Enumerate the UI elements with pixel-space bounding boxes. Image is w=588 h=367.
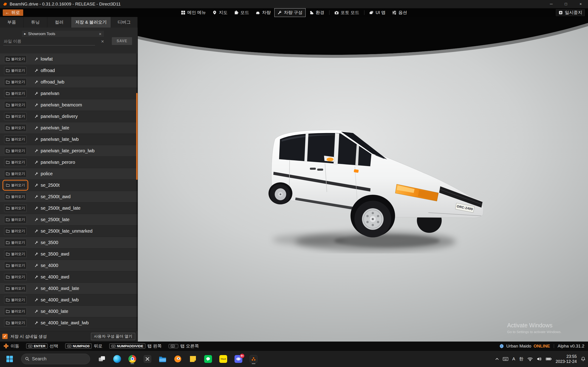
load-button[interactable]: 불러오기 [4, 158, 27, 166]
wifi-icon[interactable] [527, 357, 533, 361]
load-button[interactable]: 불러오기 [4, 319, 27, 327]
tab-debug[interactable]: 디버그 [111, 17, 138, 27]
config-row[interactable]: 불러오기 se_2500t_late [0, 214, 138, 225]
chrome-icon[interactable] [127, 353, 138, 365]
viewport-3d[interactable]: ORC-2499 Activate Windows Go to Settings… [138, 17, 588, 342]
back-button[interactable]: ← 뒤로 [3, 9, 23, 16]
config-row[interactable]: 불러오기 se_3500 [0, 237, 138, 248]
taskbar-search[interactable]: Search [21, 354, 90, 364]
load-button[interactable]: 불러오기 [4, 55, 27, 63]
battery-icon[interactable] [546, 357, 552, 361]
discord-icon[interactable]: 9+ [233, 353, 244, 365]
load-button[interactable]: 불러오기 [4, 147, 27, 155]
load-button[interactable]: 불러오기 [4, 285, 27, 292]
load-button[interactable]: 불러오기 [4, 239, 27, 246]
thumbnail-checkbox[interactable]: ✓ [2, 334, 8, 339]
tab-tuning[interactable]: 튜닝 [24, 17, 47, 27]
config-row[interactable]: 불러오기 police [0, 168, 138, 180]
notes-app-icon[interactable] [187, 353, 199, 365]
config-row[interactable]: 불러오기 se_4000_awd_lwb [0, 294, 138, 306]
load-button[interactable]: 불러오기 [4, 90, 27, 97]
task-view-icon[interactable] [96, 353, 107, 365]
nav-environment[interactable]: 환경 [306, 8, 327, 17]
open-config-folder-button[interactable]: 사용자 구성 폴더 열기 [91, 333, 135, 340]
load-button[interactable]: 불러오기 [4, 78, 27, 86]
kakaotalk-icon[interactable]: TALK [218, 353, 229, 365]
save-button[interactable]: SAVE [112, 37, 132, 45]
volume-icon[interactable] [537, 357, 542, 361]
nav-photo-mode[interactable]: 포토 모드 [331, 8, 362, 17]
panel-scrollbar[interactable] [136, 93, 138, 180]
load-button[interactable]: 불러오기 [4, 250, 27, 258]
touch-keyboard-icon[interactable] [503, 357, 508, 361]
load-button[interactable]: 불러오기 [4, 124, 27, 132]
ime-korean-indicator[interactable]: 한 [519, 356, 523, 362]
start-button[interactable] [4, 353, 15, 365]
tab-save-load[interactable]: 저장 & 불러오기 [71, 17, 111, 27]
config-row[interactable]: 불러오기 panelvan_late [0, 122, 138, 134]
x-app-icon[interactable] [142, 353, 153, 365]
config-row[interactable]: 불러오기 se_4000_awd [0, 271, 138, 283]
config-row[interactable]: 불러오기 se_4000_late [0, 306, 138, 317]
folder-icon [6, 252, 10, 256]
line-app-icon[interactable] [203, 353, 214, 365]
minimize-button[interactable]: ─ [544, 0, 559, 8]
close-icon[interactable]: × [99, 32, 102, 36]
config-row[interactable]: 불러오기 se_2500t_awd_late [0, 202, 138, 214]
load-button[interactable]: 불러오기 [4, 135, 27, 143]
nav-ui-apps[interactable]: UI 앱 [366, 8, 388, 17]
load-button[interactable]: 불러오기 [4, 273, 27, 281]
config-row[interactable]: 불러오기 panelvan_peroro [0, 157, 138, 168]
edge-icon[interactable] [112, 353, 123, 365]
close-button[interactable]: × [573, 0, 588, 8]
nav-mods[interactable]: 모드 [231, 8, 252, 17]
filename-input[interactable] [3, 38, 95, 45]
nav-options[interactable]: 옵션 [389, 8, 410, 17]
load-button[interactable]: 불러오기 [4, 227, 27, 235]
load-button[interactable]: 불러오기 [4, 181, 27, 189]
config-row[interactable]: 불러오기 se_2500t_awd [0, 191, 138, 202]
config-row[interactable]: 불러오기 se_2500t [0, 180, 138, 191]
config-row[interactable]: 불러오기 se_2500t_late_unmarked [0, 225, 138, 237]
load-button[interactable]: 불러오기 [4, 262, 27, 269]
chevron-up-icon[interactable] [495, 358, 499, 360]
config-row[interactable]: 불러오기 se_4000 [0, 260, 138, 271]
maximize-button[interactable]: □ [559, 0, 573, 8]
tab-parts[interactable]: 부품 [0, 17, 24, 27]
taskbar-clock[interactable]: 23:55 2023-12-24 [556, 354, 577, 364]
expander-icon[interactable]: ▶ [24, 32, 26, 35]
config-row[interactable]: 불러오기 se_3500_awd [0, 248, 138, 260]
load-button[interactable]: 불러오기 [4, 113, 27, 120]
config-row[interactable]: 불러오기 offroad [0, 65, 138, 76]
nav-vehicles[interactable]: 차량 [253, 8, 274, 17]
config-row[interactable]: 불러오기 lowfat [0, 53, 138, 65]
blender-icon[interactable] [172, 353, 183, 365]
load-button[interactable]: 불러오기 [4, 216, 27, 223]
load-button[interactable]: 불러오기 [4, 67, 27, 74]
load-button[interactable]: 불러오기 [4, 101, 27, 109]
notification-bell-icon[interactable] [581, 356, 586, 362]
load-button[interactable]: 불러오기 [4, 204, 27, 212]
file-explorer-icon[interactable] [157, 353, 168, 365]
config-row[interactable]: 불러오기 panelvan_delivery [0, 111, 138, 122]
config-row[interactable]: 불러오기 panelvan_late_lwb [0, 134, 138, 145]
ime-latin-indicator[interactable]: A [512, 357, 515, 361]
clear-input-icon[interactable]: × [101, 39, 104, 44]
tab-color[interactable]: 컬러 [47, 17, 71, 27]
nav-main-menu[interactable]: 메인 메뉴 [178, 8, 208, 17]
load-button[interactable]: 불러오기 [4, 193, 27, 200]
config-row[interactable]: 불러오기 offroad_lwb [0, 76, 138, 88]
config-row[interactable]: 불러오기 panelvan [0, 88, 138, 99]
nav-vehicle-config[interactable]: 차량 구성 [275, 8, 305, 17]
config-row[interactable]: 불러오기 se_4000_awd_late [0, 283, 138, 294]
load-button[interactable]: 불러오기 [4, 170, 27, 177]
config-row[interactable]: 불러오기 se_4000_late_awd_lwb [0, 317, 138, 329]
config-row[interactable]: 불러오기 panelvan_late_peroro_lwb [0, 145, 138, 157]
config-row[interactable]: 불러오기 panelvan_beamcom [0, 99, 138, 111]
load-label: 불러오기 [11, 240, 25, 245]
load-button[interactable]: 불러오기 [4, 296, 27, 304]
load-button[interactable]: 불러오기 [4, 308, 27, 315]
nav-map[interactable]: 지도 [210, 8, 230, 17]
pause-button[interactable]: 일시중지 [556, 9, 585, 16]
beamng-taskbar-icon[interactable] [248, 353, 259, 365]
